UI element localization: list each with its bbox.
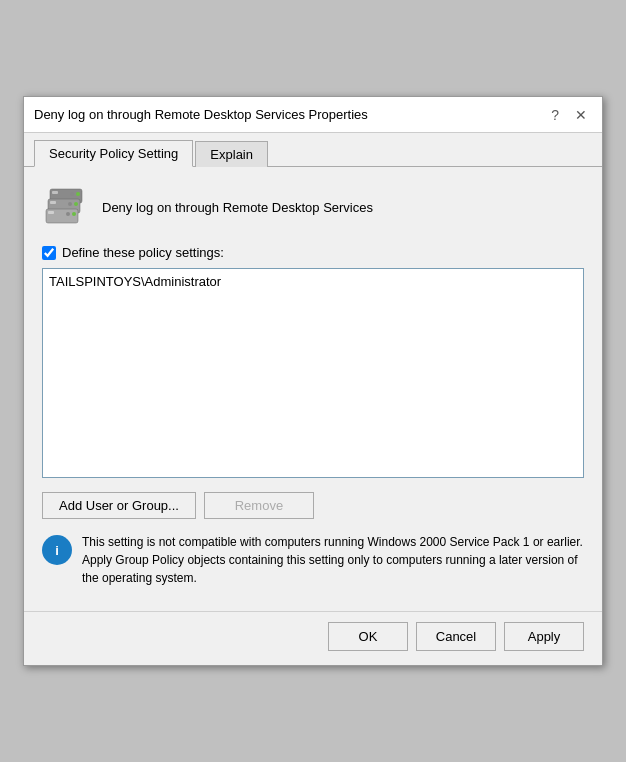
define-policy-row: Define these policy settings: bbox=[42, 245, 584, 260]
svg-point-7 bbox=[68, 202, 72, 206]
info-text: This setting is not compatible with comp… bbox=[82, 533, 584, 587]
svg-point-6 bbox=[74, 202, 78, 206]
cancel-button[interactable]: Cancel bbox=[416, 622, 496, 651]
header-row: Deny log on through Remote Desktop Servi… bbox=[42, 183, 584, 231]
info-icon: i bbox=[42, 535, 72, 565]
info-box: i This setting is not compatible with co… bbox=[42, 533, 584, 587]
footer: OK Cancel Apply bbox=[24, 611, 602, 665]
define-policy-label: Define these policy settings: bbox=[62, 245, 224, 260]
add-user-or-group-button[interactable]: Add User or Group... bbox=[42, 492, 196, 519]
action-buttons-row: Add User or Group... Remove bbox=[42, 492, 584, 519]
define-policy-checkbox[interactable] bbox=[42, 246, 56, 260]
ok-button[interactable]: OK bbox=[328, 622, 408, 651]
header-title: Deny log on through Remote Desktop Servi… bbox=[102, 200, 373, 215]
content-area: Deny log on through Remote Desktop Servi… bbox=[24, 167, 602, 611]
tab-explain[interactable]: Explain bbox=[195, 141, 268, 167]
svg-rect-5 bbox=[50, 201, 56, 204]
svg-point-10 bbox=[72, 212, 76, 216]
svg-point-2 bbox=[76, 192, 80, 196]
svg-point-11 bbox=[66, 212, 70, 216]
svg-rect-1 bbox=[52, 191, 58, 194]
policy-entry: TAILSPINTOYS\Administrator bbox=[47, 273, 579, 290]
svg-rect-9 bbox=[48, 211, 54, 214]
title-bar-controls: ? ✕ bbox=[546, 106, 592, 124]
policy-list-box[interactable]: TAILSPINTOYS\Administrator bbox=[42, 268, 584, 478]
tab-security-policy-setting[interactable]: Security Policy Setting bbox=[34, 140, 193, 167]
help-button[interactable]: ? bbox=[546, 106, 564, 124]
apply-button[interactable]: Apply bbox=[504, 622, 584, 651]
remove-button[interactable]: Remove bbox=[204, 492, 314, 519]
title-bar: Deny log on through Remote Desktop Servi… bbox=[24, 97, 602, 133]
window-title: Deny log on through Remote Desktop Servi… bbox=[34, 107, 368, 122]
server-icon bbox=[42, 183, 90, 231]
svg-point-3 bbox=[70, 192, 74, 196]
close-button[interactable]: ✕ bbox=[570, 106, 592, 124]
tabs-bar: Security Policy Setting Explain bbox=[24, 133, 602, 167]
dialog-window: Deny log on through Remote Desktop Servi… bbox=[23, 96, 603, 666]
